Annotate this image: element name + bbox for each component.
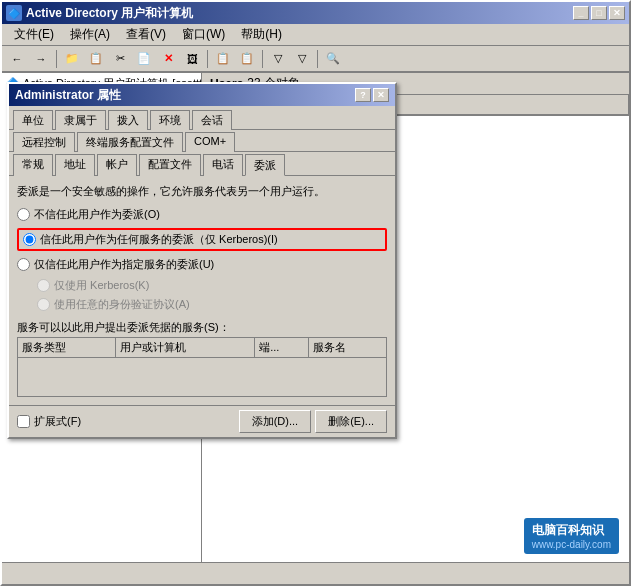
menu-action[interactable]: 操作(A): [62, 24, 118, 45]
filter2-button[interactable]: ▽: [291, 48, 313, 70]
window-title: Active Directory 用户和计算机: [26, 5, 573, 22]
watermark-url: www.pc-daily.com: [532, 539, 611, 550]
col-service-name: 服务名: [309, 338, 387, 358]
sub-any-label: 使用任意的身份验证协议(A): [54, 297, 190, 312]
copy-button[interactable]: 📋: [85, 48, 107, 70]
dialog-body: 委派是一个安全敏感的操作，它允许服务代表另一个用户运行。 不信任此用户作为委派(…: [9, 176, 395, 405]
view2-button[interactable]: 📋: [236, 48, 258, 70]
radio-trust-kerberos[interactable]: 信任此用户作为任何服务的委派（仅 Kerberos)(I): [17, 228, 387, 251]
app-icon: 🔷: [6, 5, 22, 21]
dialog-help-button[interactable]: ?: [355, 88, 371, 102]
sub-radio-any-input: [37, 298, 50, 311]
back-button[interactable]: ←: [6, 48, 28, 70]
search-button[interactable]: 🔍: [322, 48, 344, 70]
tab-account[interactable]: 帐户: [97, 154, 137, 176]
close-button[interactable]: ✕: [609, 6, 625, 20]
watermark: 电脑百科知识 www.pc-daily.com: [524, 518, 619, 554]
menu-window[interactable]: 窗口(W): [174, 24, 233, 45]
sub-radio-group: 仅使用 Kerberos(K) 使用任意的身份验证协议(A): [17, 278, 387, 312]
main-window: 🔷 Active Directory 用户和计算机 _ □ ✕ 文件(E) 操作…: [0, 0, 631, 586]
sub-radio-kerberos-input: [37, 279, 50, 292]
radio-trust-kerberos-label: 信任此用户作为任何服务的委派（仅 Kerberos)(I): [40, 232, 278, 247]
service-table-label: 服务可以以此用户提出委派凭据的服务(S)：: [17, 320, 387, 335]
radio-trust-specified[interactable]: 仅信任此用户作为指定服务的委派(U): [17, 257, 387, 272]
delete-button[interactable]: ✕: [157, 48, 179, 70]
service-table: 服务类型 用户或计算机 端... 服务名: [17, 337, 387, 397]
dialog-description: 委派是一个安全敏感的操作，它允许服务代表另一个用户运行。: [17, 184, 387, 199]
sub-kerberos-label: 仅使用 Kerberos(K): [54, 278, 149, 293]
delegation-radio-group: 不信任此用户作为委派(O) 信任此用户作为任何服务的委派（仅 Kerberos)…: [17, 207, 387, 312]
toolbar-separator-1: [56, 50, 57, 68]
menu-view[interactable]: 查看(V): [118, 24, 174, 45]
col-port: 端...: [255, 338, 309, 358]
radio-trust-specified-input[interactable]: [17, 258, 30, 271]
radio-trust-specified-label: 仅信任此用户作为指定服务的委派(U): [34, 257, 214, 272]
tab-phone[interactable]: 电话: [203, 154, 243, 176]
tab-delegate[interactable]: 委派: [245, 154, 285, 176]
toolbar: ← → 📁 📋 ✂ 📄 ✕ 🖼 📋 📋 ▽ ▽ 🔍: [2, 46, 629, 72]
administrator-properties-dialog: Administrator 属性 ? ✕ 单位 隶属于 拨入 环境 会话 远程控…: [7, 82, 397, 439]
menu-help[interactable]: 帮助(H): [233, 24, 290, 45]
delete-button[interactable]: 删除(E)...: [315, 410, 387, 433]
tab-com[interactable]: COM+: [185, 132, 235, 152]
toolbar-separator-3: [262, 50, 263, 68]
tab-profile[interactable]: 配置文件: [139, 154, 201, 176]
dialog-tabs: 单位 隶属于 拨入 环境 会话: [9, 106, 395, 130]
expand-checkbox[interactable]: [17, 415, 30, 428]
forward-button[interactable]: →: [30, 48, 52, 70]
dialog-footer: 扩展式(F) 添加(D)... 删除(E)...: [9, 405, 395, 437]
add-button[interactable]: 添加(D)...: [239, 410, 311, 433]
tab-session[interactable]: 会话: [192, 110, 232, 130]
table-empty-row: [18, 358, 387, 397]
col-service-type: 服务类型: [18, 338, 116, 358]
minimize-button[interactable]: _: [573, 6, 589, 20]
tab-member-of[interactable]: 隶属于: [55, 110, 106, 130]
title-bar-buttons: _ □ ✕: [573, 6, 625, 20]
maximize-button[interactable]: □: [591, 6, 607, 20]
paste-button[interactable]: 📄: [133, 48, 155, 70]
dialog-close-button[interactable]: ✕: [373, 88, 389, 102]
properties-button[interactable]: 🖼: [181, 48, 203, 70]
tab-environment[interactable]: 环境: [150, 110, 190, 130]
folder-button[interactable]: 📁: [61, 48, 83, 70]
expand-label: 扩展式(F): [34, 414, 81, 429]
tab-general[interactable]: 常规: [13, 154, 53, 176]
radio-no-trust[interactable]: 不信任此用户作为委派(O): [17, 207, 387, 222]
radio-trust-kerberos-input[interactable]: [23, 233, 36, 246]
menu-file[interactable]: 文件(E): [6, 24, 62, 45]
expand-checkbox-area[interactable]: 扩展式(F): [17, 414, 81, 429]
sub-radio-kerberos-only: 仅使用 Kerberos(K): [37, 278, 387, 293]
dialog-footer-buttons: 添加(D)... 删除(E)...: [239, 410, 387, 433]
filter-button[interactable]: ▽: [267, 48, 289, 70]
radio-no-trust-input[interactable]: [17, 208, 30, 221]
tab-address[interactable]: 地址: [55, 154, 95, 176]
cut-button[interactable]: ✂: [109, 48, 131, 70]
col-user-computer: 用户或计算机: [116, 338, 255, 358]
radio-no-trust-label: 不信任此用户作为委派(O): [34, 207, 160, 222]
toolbar-separator-4: [317, 50, 318, 68]
menu-bar: 文件(E) 操作(A) 查看(V) 窗口(W) 帮助(H): [2, 24, 629, 46]
status-bar: [2, 562, 629, 584]
dialog-title-buttons: ? ✕: [355, 88, 389, 102]
watermark-brand: 电脑百科知识: [532, 522, 611, 539]
tab-ts-profile[interactable]: 终端服务配置文件: [77, 132, 183, 152]
dialog-tabs-3: 常规 地址 帐户 配置文件 电话 委派: [9, 152, 395, 176]
view-button[interactable]: 📋: [212, 48, 234, 70]
sub-radio-any-auth: 使用任意的身份验证协议(A): [37, 297, 387, 312]
toolbar-separator-2: [207, 50, 208, 68]
tab-unit[interactable]: 单位: [13, 110, 53, 130]
dialog-title-bar: Administrator 属性 ? ✕: [9, 84, 395, 106]
dialog-tabs-2: 远程控制 终端服务配置文件 COM+: [9, 130, 395, 152]
tab-remote-control[interactable]: 远程控制: [13, 132, 75, 152]
title-bar: 🔷 Active Directory 用户和计算机 _ □ ✕: [2, 2, 629, 24]
dialog-title-text: Administrator 属性: [15, 87, 121, 104]
tab-dialin[interactable]: 拨入: [108, 110, 148, 130]
